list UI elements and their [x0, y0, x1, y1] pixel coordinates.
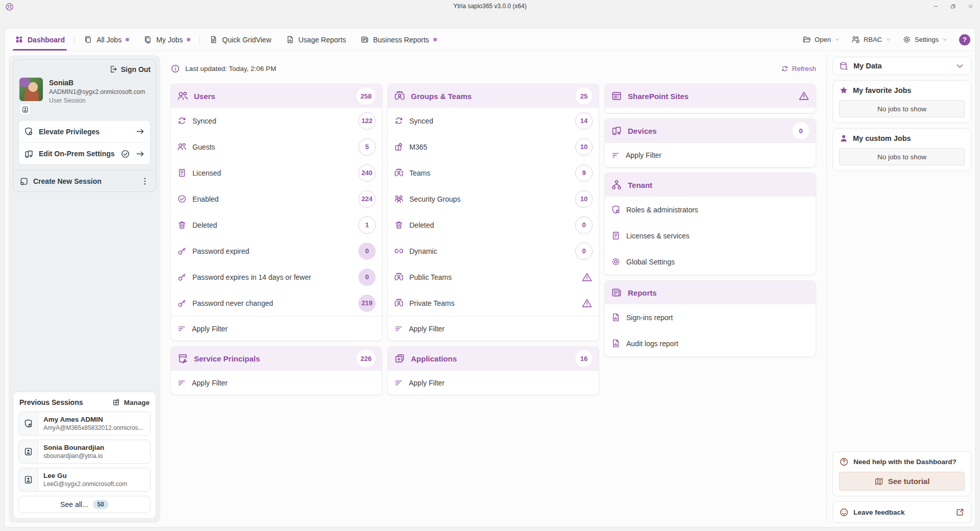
row-label: Licensed — [192, 169, 353, 177]
info-icon[interactable] — [170, 64, 180, 74]
apply-filter-service-principals[interactable]: Apply Filter — [171, 370, 382, 395]
card-title: Devices — [628, 127, 787, 135]
settings-menu-button[interactable]: Settings — [902, 35, 948, 44]
tab-label: Business Reports — [373, 36, 429, 44]
session-sidebar: Sign Out SoniaB AADMIN1@sygx2.onmicrosof… — [9, 55, 160, 523]
session-type-cell — [19, 412, 38, 435]
elevate-privileges-button[interactable]: Elevate Privileges — [19, 120, 150, 142]
row-password-expires-in-14-days-or-fewer[interactable]: Password expires in 14 days or fewer0 — [171, 264, 382, 290]
popout-icon[interactable] — [955, 508, 965, 517]
minimize-button[interactable] — [929, 1, 942, 11]
row-count-badge: 0 — [358, 269, 376, 286]
news-icon — [611, 287, 622, 298]
filter-icon — [177, 324, 186, 333]
chevron-down-icon[interactable] — [955, 61, 965, 71]
card-header-applications[interactable]: Applications16 — [388, 347, 599, 370]
row-guests[interactable]: Guests5 — [171, 134, 382, 160]
sign-out-button[interactable]: Sign Out — [109, 65, 151, 74]
refresh-button[interactable]: Refresh — [781, 65, 816, 73]
row-m365[interactable]: M36510 — [388, 134, 599, 160]
restore-button[interactable] — [946, 1, 960, 11]
card-header-groups-teams[interactable]: Groups & Teams25 — [388, 84, 599, 108]
row-enabled[interactable]: Enabled224 — [171, 186, 382, 212]
row-global-settings[interactable]: Global Settings — [605, 249, 816, 275]
card-header-sharepoint-sites[interactable]: SharePoint Sites — [605, 84, 816, 108]
row-licenses-services[interactable]: Licenses & services — [605, 223, 816, 249]
tab-quick-gridview[interactable]: Quick GridView — [202, 29, 278, 51]
tab-my-jobs[interactable]: My Jobs — [136, 29, 198, 51]
tab-business-reports[interactable]: Business Reports — [353, 29, 444, 51]
apply-filter-label: Apply Filter — [409, 325, 445, 333]
card-header-users[interactable]: Users258 — [171, 84, 382, 108]
row-password-never-changed[interactable]: Password never changed219 — [171, 290, 382, 316]
my-data-header[interactable]: My Data — [832, 57, 971, 75]
row-audit-logs-report[interactable]: Audit logs report — [605, 330, 816, 356]
kebab-menu-icon[interactable] — [140, 177, 150, 186]
arrow-right-icon — [135, 127, 145, 136]
card-service-principals: Service Principals226Apply Filter — [170, 346, 382, 395]
leave-feedback-button[interactable]: Leave feedback — [832, 501, 971, 523]
rbac-menu-button[interactable]: RBAC — [851, 35, 891, 44]
row-security-groups[interactable]: Security Groups10 — [388, 186, 599, 212]
tab-label: Dashboard — [28, 36, 65, 44]
previous-session-item[interactable]: Amy Ames ADMINAmyA@M365x85832012.onmicro… — [18, 412, 151, 436]
tab-label: Quick GridView — [222, 36, 271, 44]
row-synced[interactable]: Synced14 — [388, 108, 599, 134]
see-all-sessions-button[interactable]: See all... 50 — [18, 496, 151, 513]
last-updated-text: Last updated: Today, 2:06 PM — [185, 65, 276, 73]
avatar — [19, 78, 43, 101]
team-icon — [394, 168, 404, 178]
row-licensed[interactable]: Licensed240 — [171, 160, 382, 186]
tab-label: Usage Reports — [299, 36, 346, 44]
apply-filter-label: Apply Filter — [192, 325, 228, 333]
map-icon — [874, 477, 884, 486]
row-roles-administrators[interactable]: Roles & administrators — [605, 197, 816, 223]
row-synced[interactable]: Synced122 — [171, 108, 382, 134]
card-column: Users258Synced122Guests5Licensed240Enabl… — [170, 84, 382, 395]
card-header-devices[interactable]: Devices0 — [605, 119, 816, 142]
help-button[interactable]: ? — [959, 34, 970, 45]
row-dynamic[interactable]: Dynamic0 — [388, 238, 599, 264]
devices-icon — [611, 125, 622, 136]
card-my-favorite-jobs: My favorite JobsNo jobs to show — [832, 80, 971, 123]
row-password-expired[interactable]: Password expired0 — [171, 238, 382, 264]
apply-filter-devices[interactable]: Apply Filter — [605, 142, 816, 167]
tab-all-jobs[interactable]: All Jobs — [77, 29, 136, 51]
open-menu-button[interactable]: Open — [802, 35, 840, 44]
sync-icon — [177, 116, 187, 126]
card-header-reports[interactable]: Reports — [605, 281, 816, 304]
row-sign-ins-report[interactable]: Sign-ins report — [605, 304, 816, 330]
row-public-teams[interactable]: Public Teams — [388, 264, 599, 290]
see-tutorial-button[interactable]: See tutorial — [839, 472, 965, 491]
help-text: Need help with the Dashboard? — [853, 458, 957, 466]
apps-icon — [394, 353, 405, 364]
previous-session-item[interactable]: Sonia Bounardjiansbounardjian@ytria.io — [18, 440, 151, 464]
apply-filter-users[interactable]: Apply Filter — [171, 316, 382, 341]
row-deleted[interactable]: Deleted1 — [171, 212, 382, 238]
edit-on-prem-settings-button[interactable]: Edit On-Prem Settings — [19, 142, 150, 164]
team-icon — [394, 272, 404, 282]
card-header-service-principals[interactable]: Service Principals226 — [171, 347, 382, 370]
tab-usage-reports[interactable]: Usage Reports — [279, 29, 353, 51]
create-new-session-button[interactable]: Create New Session — [13, 170, 156, 191]
card-header-tenant[interactable]: Tenant — [605, 173, 816, 197]
close-button[interactable] — [964, 1, 977, 11]
previous-sessions-panel: Previous Sessions Manage Amy Ames ADMINA… — [13, 392, 156, 519]
previous-session-item[interactable]: Lee GuLeeG@sygx2.onmicrosoft.com — [18, 468, 151, 492]
check-circle-green-icon — [120, 149, 130, 159]
row-label: Guests — [192, 143, 353, 151]
unread-dot — [433, 38, 437, 41]
apply-filter-applications[interactable]: Apply Filter — [388, 370, 599, 395]
row-count-badge: 10 — [575, 138, 593, 156]
apply-filter-groups-teams[interactable]: Apply Filter — [388, 316, 599, 341]
row-teams[interactable]: Teams9 — [388, 160, 599, 186]
row-private-teams[interactable]: Private Teams — [388, 290, 599, 316]
row-count-badge: 122 — [358, 112, 376, 130]
service-principal-icon — [177, 353, 188, 364]
refresh-label: Refresh — [792, 65, 816, 73]
tab-dashboard[interactable]: Dashboard — [8, 29, 72, 51]
row-deleted[interactable]: Deleted0 — [388, 212, 599, 238]
manage-sessions-button[interactable]: Manage — [112, 398, 150, 406]
chevron-down-icon — [886, 37, 891, 42]
team-icon — [394, 298, 404, 308]
